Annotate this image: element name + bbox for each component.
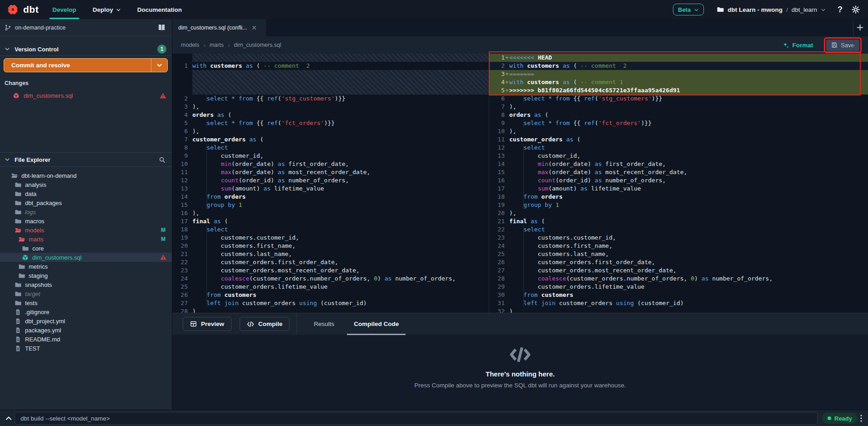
code-line[interactable]: 24 customers.first_name, [489, 242, 868, 250]
code-line[interactable]: 25 customers.last_name, [489, 250, 868, 258]
code-line[interactable]: 3), [172, 103, 489, 111]
tree-item-models[interactable]: modelsM [0, 226, 172, 235]
help-icon[interactable]: ? [838, 5, 843, 15]
compile-button[interactable]: Compile [240, 317, 290, 331]
nav-item-develop[interactable]: Develop [52, 0, 76, 19]
code-line[interactable]: 4orders as ( [172, 111, 489, 119]
code-line[interactable]: 6 select * from {{ ref('stg_customers')}… [489, 95, 868, 103]
version-control-header[interactable]: Version Control [0, 43, 172, 55]
code-line[interactable]: 1+<<<<<<< HEAD [489, 54, 868, 62]
code-line[interactable]: 5+>>>>>>> b81f802a66fd544504c65721e3ffaa… [489, 86, 868, 95]
code-line[interactable]: 9 select * from {{ ref('fct_orders')}} [489, 119, 868, 127]
gear-icon[interactable] [852, 5, 860, 14]
code-line[interactable]: 22 select [489, 226, 868, 234]
kebab-menu-icon[interactable] [858, 414, 865, 423]
docs-book-icon[interactable] [158, 24, 166, 31]
tree-item--gitignore[interactable]: .gitignore [0, 307, 172, 316]
tree-item-dbt-packages[interactable]: dbt_packages [0, 198, 172, 207]
project-selector[interactable]: dbt Learn - mwong / dbt_learn [717, 6, 826, 13]
commit-and-resolve-button[interactable]: Commit and resolve [4, 58, 168, 72]
tab-dim-customers[interactable]: dim_customers.sql (confli... [172, 19, 266, 36]
dbt-command-input[interactable] [15, 412, 818, 425]
code-line[interactable]: 23 customers.customer_id, [489, 234, 868, 242]
code-line[interactable]: 2with customers as ( -- comment 2 [489, 62, 868, 70]
code-line[interactable]: 2 select * from {{ ref('stg_customers')}… [172, 95, 489, 103]
code-line[interactable]: 20), [489, 209, 868, 217]
code-line[interactable]: 10), [489, 127, 868, 135]
code-line[interactable]: 14 min(order_date) as first_order_date, [489, 160, 868, 168]
code-line[interactable]: 26 customer_orders.first_order_date, [489, 258, 868, 266]
file-explorer-header[interactable]: File Explorer [0, 152, 172, 167]
tree-item-metrics[interactable]: metrics [0, 262, 172, 271]
preview-button[interactable]: Preview [183, 317, 231, 331]
code-line[interactable]: 18 from orders [489, 193, 868, 201]
tree-item-analysis[interactable]: analysis [0, 180, 172, 189]
changed-file-row[interactable]: dim_customers.sql [0, 90, 172, 101]
nav-item-deploy[interactable]: Deploy [93, 0, 121, 19]
tree-item-staging[interactable]: staging [0, 271, 172, 280]
code-line[interactable]: 15 max(order_date) as most_recent_order_… [489, 168, 868, 176]
tree-item-test[interactable]: TEST [0, 344, 172, 353]
code-line[interactable]: 16), [172, 209, 489, 217]
code-line[interactable]: 6), [172, 127, 489, 135]
code-line[interactable]: 31 left join customer_orders using (cust… [489, 299, 868, 307]
code-line[interactable]: 19 customers.customer_id, [172, 234, 489, 242]
nav-item-documentation[interactable]: Documentation [137, 0, 182, 19]
code-line[interactable]: 4+with customers as ( -- comment 1 [489, 78, 868, 86]
code-line[interactable]: 27 customer_orders.most_recent_order_dat… [489, 266, 868, 275]
code-line[interactable]: 26 from customers [172, 291, 489, 299]
beta-dropdown[interactable]: Beta [673, 4, 704, 15]
code-line[interactable]: 21 customers.last_name, [172, 250, 489, 258]
new-tab-plus-icon[interactable] [856, 24, 864, 31]
code-line[interactable]: 30 from customers [489, 291, 868, 299]
code-line[interactable]: 24 coalesce(customer_orders.number_of_or… [172, 275, 489, 283]
close-icon[interactable] [251, 25, 257, 30]
breadcrumb-marts[interactable]: marts [210, 42, 224, 48]
tree-item-tests[interactable]: tests [0, 298, 172, 307]
dbt-logo[interactable]: dbt [6, 3, 39, 16]
code-line[interactable]: 10 min(order_date) as first_order_date, [172, 160, 489, 168]
code-line[interactable]: 27 left join customer_orders using (cust… [172, 299, 489, 307]
code-line[interactable]: 28 coalesce(customer_orders.number_of_or… [489, 275, 868, 283]
code-line[interactable]: 12 select [489, 144, 868, 152]
code-line[interactable]: 22 customer_orders.first_order_date, [172, 258, 489, 266]
code-line[interactable]: 17final as ( [172, 217, 489, 226]
code-line[interactable]: 9 customer_id, [172, 152, 489, 160]
code-line[interactable]: 20 customers.first_name, [172, 242, 489, 250]
code-line[interactable]: 11 max(order_date) as most_recent_order_… [172, 168, 489, 176]
code-line[interactable]: 29 customer_orders.lifetime_value [489, 283, 868, 291]
code-line[interactable]: 7), [489, 103, 868, 111]
tree-item-snapshots[interactable]: snapshots [0, 280, 172, 289]
tree-item-target[interactable]: target [0, 289, 172, 298]
code-line[interactable]: 7customer_orders as ( [172, 135, 489, 144]
tree-item-dbt-learn-on-demand[interactable]: dbt-learn-on-demand [0, 171, 172, 180]
chevron-up-icon[interactable] [5, 415, 12, 422]
code-line[interactable]: 28) [172, 307, 489, 313]
code-line[interactable]: 5 select * from {{ ref('fct_orders')}} [172, 119, 489, 127]
code-line[interactable]: 13 sum(amount) as lifetime_value [172, 185, 489, 193]
code-line[interactable]: 12 count(order_id) as number_of_orders, [172, 176, 489, 185]
tree-item-core[interactable]: core [0, 244, 172, 253]
tree-item-macros[interactable]: macros [0, 216, 172, 226]
code-line[interactable]: 14 from orders [172, 193, 489, 201]
diff-pane-current[interactable]: 1with customers as ( -- comment 22 selec… [172, 54, 489, 313]
code-line[interactable]: 25 customer_orders.lifetime_value [172, 283, 489, 291]
save-button[interactable]: Save [826, 40, 859, 51]
code-line[interactable]: 8orders as ( [489, 111, 868, 119]
tree-item-data[interactable]: data [0, 189, 172, 198]
breadcrumb-file[interactable]: dim_customers.sql [234, 42, 281, 48]
tree-item-dbt-project-yml[interactable]: dbt_project.yml [0, 316, 172, 326]
format-button[interactable]: Format [783, 42, 813, 49]
code-line[interactable]: 1with customers as ( -- comment 2 [172, 62, 489, 70]
tree-item-logs[interactable]: logs [0, 207, 172, 216]
tab-results[interactable]: Results [311, 313, 337, 335]
code-line[interactable]: 18 select [172, 226, 489, 234]
code-line[interactable]: 13 customer_id, [489, 152, 868, 160]
code-line[interactable]: 17 sum(amount) as lifetime_value [489, 185, 868, 193]
code-line[interactable]: 23 customer_orders.most_recent_order_dat… [172, 266, 489, 275]
code-line[interactable]: 32) [489, 307, 868, 313]
breadcrumb-models[interactable]: models [181, 42, 199, 48]
diff-pane-incoming[interactable]: 1+<<<<<<< HEAD2with customers as ( -- co… [489, 54, 868, 313]
tree-item-readme-md[interactable]: README.md [0, 335, 172, 344]
code-line[interactable]: 11customer_orders as ( [489, 135, 868, 144]
